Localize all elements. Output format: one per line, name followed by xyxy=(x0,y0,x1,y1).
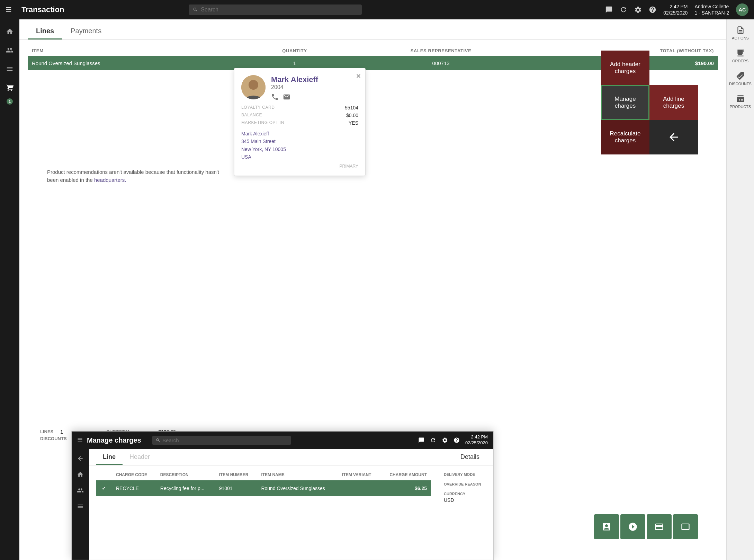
loyalty-value: 55104 xyxy=(345,105,358,110)
balance-value: $0.00 xyxy=(345,113,358,118)
top-navigation-bar: ☰ Transaction 2:42 PM 02/25/2020 Andrew … xyxy=(0,0,754,19)
main-layout: 1 Lines Payments ITEM QUANTITY SALES REP… xyxy=(0,19,754,560)
phone-icon[interactable] xyxy=(271,93,279,101)
action-btn-2[interactable] xyxy=(620,514,645,539)
settings-icon[interactable] xyxy=(634,6,642,14)
charge-table-row[interactable]: RECYCLE Recycling fee for p... 91001 Rou… xyxy=(96,480,431,497)
sub-tabs-row: Line Header Details xyxy=(89,449,493,465)
right-panel-products[interactable]: PRODUCTS xyxy=(728,91,753,112)
user-info: Andrew Collette 1 - SANFRAN-2 xyxy=(694,3,729,16)
customer-avatar-img xyxy=(241,75,266,99)
sidebar-item-cart[interactable] xyxy=(2,80,18,96)
currency-label: CURRENCY xyxy=(444,492,488,496)
actions-icon xyxy=(736,26,745,35)
sidebar-item-customers[interactable] xyxy=(2,42,18,58)
charges-table-container: CHARGE CODE DESCRIPTION ITEM NUMBER ITEM… xyxy=(89,465,438,515)
charge-details-panel: DELIVERY MODE OVERRIDE REASON CURRENCY U xyxy=(438,465,493,515)
customer-contact-icons xyxy=(271,93,318,101)
sub-sidebar-menu[interactable] xyxy=(73,499,87,513)
description-cell: Recycling fee for p... xyxy=(156,480,215,497)
manage-charges-button[interactable]: Manage charges xyxy=(601,85,649,120)
cart-badge: 1 xyxy=(7,98,13,105)
action-btn-3[interactable] xyxy=(647,514,672,539)
sub-settings-icon[interactable] xyxy=(442,437,448,443)
recalculate-charges-button[interactable]: Recalculate charges xyxy=(601,120,649,154)
item-name: Round Oversized Sunglasses xyxy=(28,56,247,70)
details-label: Details xyxy=(454,450,486,464)
back-button[interactable] xyxy=(649,120,698,154)
sub-help-icon[interactable] xyxy=(454,437,460,443)
sidebar-item-home[interactable] xyxy=(2,24,18,39)
current-time: 2:42 PM 02/25/2020 xyxy=(663,3,688,16)
sub-chat-icon[interactable] xyxy=(418,437,424,443)
email-icon[interactable] xyxy=(283,93,290,101)
col-item-number: ITEM NUMBER xyxy=(215,470,257,480)
orders-icon xyxy=(736,48,745,57)
customer-panel: ✕ Mark Alexieff 2004 xyxy=(234,68,366,176)
sub-refresh-icon[interactable] xyxy=(430,437,436,443)
right-action-panel: ACTIONS ORDERS DISCOUNTS PRODUCTS xyxy=(726,19,754,560)
help-icon[interactable] xyxy=(649,6,656,14)
sub-search-bar[interactable] xyxy=(152,436,291,445)
content-area: Lines Payments ITEM QUANTITY SALES REPRE… xyxy=(19,19,726,560)
right-panel-discounts[interactable]: DISCOUNTS xyxy=(728,68,753,89)
customer-id: 2004 xyxy=(271,84,318,90)
search-input[interactable] xyxy=(201,7,358,13)
marketing-value: YES xyxy=(345,120,358,126)
search-bar[interactable] xyxy=(189,5,362,15)
discounts-label: DISCOUNTS xyxy=(40,436,67,442)
balance-label: BALANCE xyxy=(241,113,341,118)
hamburger-icon[interactable]: ☰ xyxy=(6,6,12,14)
col-checkbox xyxy=(96,470,112,480)
svg-point-1 xyxy=(249,80,258,90)
sub-window-content: Line Header Details xyxy=(72,449,493,560)
sub-sidebar-customers[interactable] xyxy=(73,483,87,497)
refresh-icon[interactable] xyxy=(620,6,627,14)
sub-search-icon xyxy=(156,438,160,443)
delivery-mode-field: DELIVERY MODE xyxy=(444,472,488,477)
tab-payments[interactable]: Payments xyxy=(62,24,110,39)
col-rep: SALES REPRESENTATIVE xyxy=(342,45,540,56)
add-header-charges-button[interactable]: Add header charges xyxy=(601,51,649,85)
action-btn-1[interactable] xyxy=(594,514,619,539)
item-number-cell: 91001 xyxy=(215,480,257,497)
sub-window-title: Manage charges xyxy=(87,436,141,444)
orders-label: ORDERS xyxy=(732,59,748,63)
tabs-row: Lines Payments xyxy=(19,19,726,40)
sub-hamburger-icon[interactable]: ☰ xyxy=(77,436,83,444)
customer-info-grid: LOYALTY CARD 55104 BALANCE $0.00 MARKETI… xyxy=(241,105,358,126)
recommendation-text: Product recommendations aren't available… xyxy=(47,168,220,184)
recommendation-link[interactable]: headquarters. xyxy=(94,177,126,183)
sub-current-time: 2:42 PM 02/25/2020 xyxy=(465,434,488,446)
col-description: DESCRIPTION xyxy=(156,470,215,480)
col-charge-amount: CHARGE AMOUNT xyxy=(380,470,431,480)
manage-charges-window: ☰ Manage charges 2:42 PM 02/25/2020 xyxy=(71,431,494,560)
currency-value: USD xyxy=(444,497,488,503)
app-title: Transaction xyxy=(21,5,64,14)
sub-top-bar: ☰ Manage charges 2:42 PM 02/25/2020 xyxy=(72,432,493,449)
sub-search-input[interactable] xyxy=(162,437,287,443)
charge-amount-cell: $6.25 xyxy=(380,480,431,497)
override-reason-label: OVERRIDE REASON xyxy=(444,482,488,486)
discounts-icon xyxy=(736,71,745,80)
customer-address: Mark Alexieff 345 Main Street New York, … xyxy=(241,130,358,161)
tab-lines[interactable]: Lines xyxy=(28,24,62,39)
close-icon[interactable]: ✕ xyxy=(356,72,361,80)
avatar[interactable]: AC xyxy=(736,3,748,16)
right-panel-orders[interactable]: ORDERS xyxy=(728,45,753,66)
top-bar-icons: 2:42 PM 02/25/2020 Andrew Collette 1 - S… xyxy=(605,3,748,16)
right-panel-actions[interactable]: ACTIONS xyxy=(728,22,753,44)
col-quantity: QUANTITY xyxy=(247,45,342,56)
add-line-charges-button[interactable]: Add line charges xyxy=(649,85,698,120)
sub-back-button[interactable] xyxy=(73,452,87,465)
sub-tab-line[interactable]: Line xyxy=(96,450,123,465)
sub-top-icons: 2:42 PM 02/25/2020 xyxy=(418,434,488,446)
action-btn-4[interactable] xyxy=(673,514,698,539)
override-reason-field: OVERRIDE REASON xyxy=(444,482,488,486)
currency-field: CURRENCY USD xyxy=(444,492,488,503)
discounts-label: DISCOUNTS xyxy=(729,82,752,86)
sub-sidebar-home[interactable] xyxy=(73,468,87,481)
sub-tab-header[interactable]: Header xyxy=(123,450,157,465)
sidebar-item-menu[interactable] xyxy=(2,61,18,77)
chat-icon[interactable] xyxy=(605,6,613,14)
